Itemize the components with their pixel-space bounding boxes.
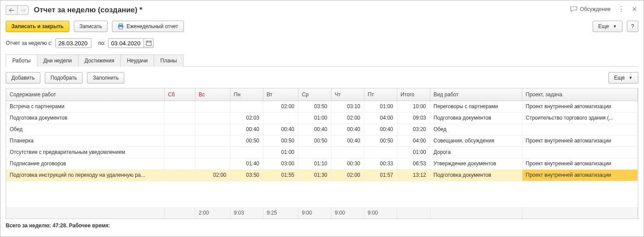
cell[interactable]: Совещания, обсуждения xyxy=(430,135,522,146)
cell[interactable]: 03:10 xyxy=(331,101,364,112)
cell[interactable]: Проект внутренней автоматизации xyxy=(522,169,638,181)
cell[interactable] xyxy=(164,124,195,135)
cell[interactable]: 09:03 xyxy=(397,112,430,124)
tab-2[interactable]: Достижения xyxy=(78,55,121,67)
table-row[interactable]: Отсутствие с предварительным уведомление… xyxy=(6,146,638,158)
cell[interactable]: 02:03 xyxy=(230,112,263,124)
col-header[interactable]: Содержание работ xyxy=(6,88,164,101)
cell[interactable] xyxy=(164,112,195,124)
table-row[interactable]: Обед00:4000:4000:4000:4000:4003:20Обед xyxy=(6,124,638,135)
tab-4[interactable]: Планы xyxy=(154,55,183,67)
cell[interactable] xyxy=(195,101,230,112)
cell[interactable]: 00:50 xyxy=(298,135,331,146)
cell[interactable]: 01:30 xyxy=(298,169,331,181)
tab-1[interactable]: Дни недели xyxy=(37,55,79,67)
tab-3[interactable]: Неудачи xyxy=(120,55,154,67)
cell[interactable]: Подготовка инструкций по переходу на уда… xyxy=(6,169,164,181)
cell[interactable]: 06:53 xyxy=(397,158,430,169)
table-more-button[interactable]: Еще▼ xyxy=(608,72,638,84)
cell[interactable]: 10:00 xyxy=(397,101,430,112)
col-header[interactable]: Пн xyxy=(230,88,263,101)
cell[interactable]: 00:40 xyxy=(230,124,263,135)
col-header[interactable]: Чт xyxy=(331,88,364,101)
cell[interactable]: 03:50 xyxy=(298,101,331,112)
date-to-input[interactable] xyxy=(108,38,144,48)
cell[interactable] xyxy=(263,112,298,124)
save-close-button[interactable]: Записать и закрыть xyxy=(6,21,69,32)
cell[interactable] xyxy=(331,146,364,158)
col-header[interactable]: Сб xyxy=(164,88,195,101)
cell[interactable]: Строительство торгового здания (... xyxy=(522,112,638,124)
cell[interactable]: Утверждение документов xyxy=(430,158,522,169)
cell[interactable] xyxy=(195,158,230,169)
col-header[interactable]: Ср xyxy=(298,88,331,101)
date-from-input[interactable] xyxy=(55,38,91,48)
cell[interactable]: Подготовка документов xyxy=(430,112,522,124)
cell[interactable]: 00:50 xyxy=(263,135,298,146)
cell[interactable]: Встреча с партнерами xyxy=(6,101,164,112)
cell[interactable]: Проект внутренней автоматизации xyxy=(522,158,638,169)
cell[interactable]: Проект внутренней автоматизации xyxy=(522,135,638,146)
cell[interactable]: Переговоры с партнерами xyxy=(430,101,522,112)
cell[interactable]: 01:10 xyxy=(298,158,331,169)
cell[interactable]: Отсутствие с предварительным уведомление… xyxy=(6,146,164,158)
cell[interactable]: Дорога xyxy=(430,146,522,158)
cell[interactable]: 01:57 xyxy=(364,169,397,181)
cell[interactable]: 01:00 xyxy=(263,146,298,158)
fill-button[interactable]: Заполнить xyxy=(87,72,124,84)
col-header[interactable]: Вт xyxy=(263,88,298,101)
cell[interactable] xyxy=(164,146,195,158)
discuss-button[interactable]: Обсуждение xyxy=(570,6,611,12)
cell[interactable]: 13:12 xyxy=(397,169,430,181)
tab-0[interactable]: Работы xyxy=(6,55,37,67)
cell[interactable] xyxy=(230,146,263,158)
cell[interactable] xyxy=(195,146,230,158)
cell[interactable]: 02:00 xyxy=(331,112,364,124)
table-row[interactable]: Подготовка документов02:0301:0002:0004:0… xyxy=(6,112,638,124)
nav-forward-button[interactable]: 🡢 xyxy=(17,5,29,15)
cell[interactable]: 00:50 xyxy=(230,135,263,146)
cell[interactable]: 00:40 xyxy=(263,124,298,135)
cell[interactable]: Обед xyxy=(6,124,164,135)
cell[interactable]: 00:40 xyxy=(364,124,397,135)
cell[interactable]: 03:20 xyxy=(397,124,430,135)
cell[interactable]: 00:50 xyxy=(364,135,397,146)
cell[interactable]: 00:33 xyxy=(364,158,397,169)
cell[interactable]: 02:00 xyxy=(331,169,364,181)
cell[interactable] xyxy=(164,169,195,181)
cell[interactable] xyxy=(164,158,195,169)
col-header[interactable]: Пт xyxy=(364,88,397,101)
cell[interactable] xyxy=(164,135,195,146)
cell[interactable] xyxy=(364,146,397,158)
date-picker-button[interactable] xyxy=(144,38,154,48)
cell[interactable]: Подготовка документов xyxy=(6,112,164,124)
table-row[interactable]: Подписание договоров01:4003:0001:1000:30… xyxy=(6,158,638,169)
cell[interactable]: Проект внутренней автоматизации xyxy=(522,101,638,112)
weekly-report-button[interactable]: Еженедельный отчет xyxy=(112,21,184,32)
cell[interactable]: 04:00 xyxy=(364,112,397,124)
cell[interactable] xyxy=(522,146,638,158)
cell[interactable]: Планерка xyxy=(6,135,164,146)
cell[interactable]: 03:50 xyxy=(230,169,263,181)
cell[interactable] xyxy=(195,124,230,135)
close-button[interactable]: ✕ xyxy=(632,5,637,13)
table-row[interactable]: Встреча с партнерами02:0003:5003:1001:00… xyxy=(6,101,638,112)
cell[interactable]: Обед xyxy=(430,124,522,135)
cell[interactable]: 00:40 xyxy=(298,124,331,135)
pick-button[interactable]: Подобрать xyxy=(45,72,83,84)
cell[interactable] xyxy=(195,135,230,146)
cell[interactable]: 01:00 xyxy=(397,146,430,158)
cell[interactable] xyxy=(195,112,230,124)
cell[interactable]: 01:00 xyxy=(298,112,331,124)
cell[interactable]: 02:00 xyxy=(263,101,298,112)
save-button[interactable]: Записать xyxy=(74,21,108,32)
help-button[interactable]: ? xyxy=(627,21,638,32)
cell[interactable]: 04:00 xyxy=(397,135,430,146)
add-button[interactable]: Добавить xyxy=(6,72,40,84)
cell[interactable] xyxy=(298,146,331,158)
cell[interactable]: 01:40 xyxy=(230,158,263,169)
col-header[interactable]: Вид работ xyxy=(430,88,522,101)
cell[interactable] xyxy=(230,101,263,112)
cell[interactable]: 02:00 xyxy=(195,169,230,181)
more-menu-icon[interactable]: ⋮ xyxy=(618,5,625,13)
